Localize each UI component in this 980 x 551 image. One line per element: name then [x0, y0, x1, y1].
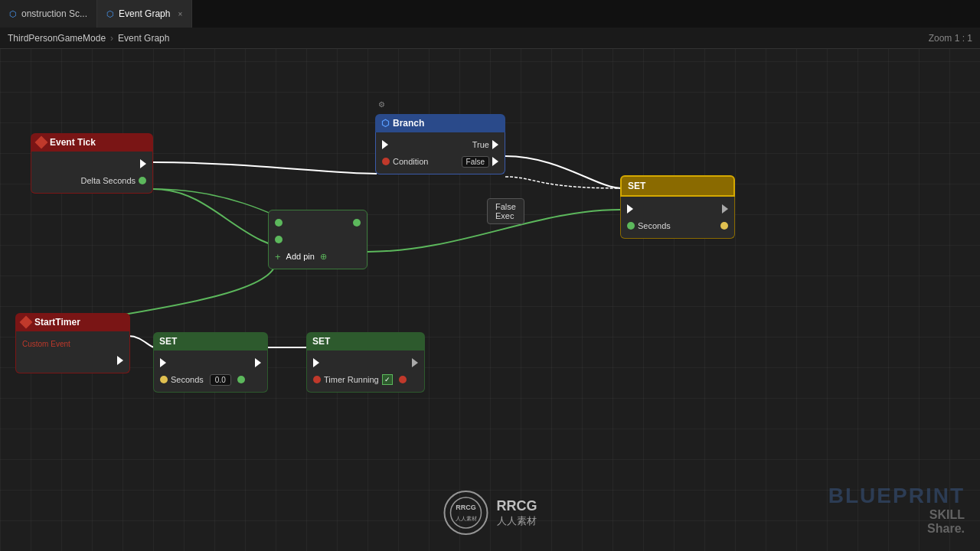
set-bm-timer-pin-out[interactable] — [399, 376, 407, 383]
construction-tab-icon: ⬡ — [9, 9, 17, 19]
svg-text:人人素材: 人人素材 — [456, 516, 477, 522]
event-tick-header: Event Tick — [31, 133, 153, 152]
event-tick-icon — [35, 136, 48, 149]
tab-close-button[interactable]: × — [178, 10, 182, 18]
branch-false-pin[interactable] — [492, 157, 498, 166]
rrcg-logo: RRCG 人人素材 — [443, 490, 489, 536]
false-exec-tooltip: False Exec — [487, 198, 524, 224]
skill-text: SKILL — [929, 508, 965, 521]
set-bm-exec-row — [307, 354, 424, 371]
set-tr-body: Seconds — [620, 197, 735, 239]
set-node-bm[interactable]: SET Timer Running ✓ — [306, 332, 425, 393]
set-bm-exec-out[interactable] — [412, 358, 418, 367]
add-pin-input2[interactable] — [275, 236, 283, 243]
set-tr-seconds-pin-in[interactable] — [627, 222, 635, 230]
add-pin-input1[interactable] — [275, 219, 283, 227]
tooltip-line1: False — [495, 202, 516, 211]
set-bl-seconds-row: Seconds 0.0 — [154, 371, 267, 388]
start-timer-sublabel: Custom Event — [22, 340, 70, 348]
breadcrumb-part1[interactable]: ThirdPersonGameMode — [8, 33, 106, 44]
branch-exec-in-pin[interactable] — [382, 140, 388, 149]
event-tick-exec-pin[interactable] — [140, 159, 146, 168]
branch-exec-row: True — [376, 136, 505, 153]
add-pin-body: + Add pin ⊕ — [268, 210, 368, 269]
breadcrumb-separator: › — [110, 33, 113, 44]
add-pin-label: Add pin — [286, 252, 315, 261]
set-tr-label: SET — [628, 181, 645, 191]
start-timer-node[interactable]: StartTimer Custom Event — [15, 313, 130, 373]
branch-false-value[interactable]: False — [462, 156, 489, 168]
set-bl-seconds-value[interactable]: 0.0 — [210, 374, 231, 386]
watermark-right: BLUEPRINT SKILL Share. — [828, 484, 965, 536]
branch-header: ⬡ Branch — [375, 114, 505, 132]
branch-condition-label: Condition — [393, 157, 428, 166]
set-bl-label: SET — [159, 336, 177, 347]
blueprint-watermark-text: BLUEPRINT — [828, 484, 965, 508]
set-bl-header: SET — [153, 332, 268, 350]
tooltip-line2: Exec — [495, 211, 516, 220]
start-timer-sub-row: Custom Event — [16, 335, 129, 352]
set-bm-label: SET — [312, 336, 330, 347]
add-pin-button-row[interactable]: + Add pin ⊕ — [269, 248, 367, 265]
branch-node[interactable]: ⚙ ⬡ Branch True Condition False — [375, 114, 505, 174]
set-bm-timer-row: Timer Running ✓ — [307, 371, 424, 388]
set-tr-seconds-pin-out[interactable] — [720, 222, 728, 230]
set-bl-exec-row — [154, 354, 267, 371]
set-bl-seconds-label: Seconds — [171, 375, 204, 384]
set-tr-seconds-row: Seconds — [621, 217, 734, 234]
add-pin-node[interactable]: + Add pin ⊕ — [268, 210, 368, 269]
top-bar: ⬡ onstruction Sc... ⬡ Event Graph × — [0, 0, 980, 28]
set-bl-seconds-pin[interactable] — [160, 376, 168, 383]
start-timer-body: Custom Event — [15, 331, 130, 373]
set-tr-header: SET — [620, 175, 735, 197]
blueprint-canvas[interactable]: Event Tick Delta Seconds ⚙ ⬡ Branch True — [0, 49, 980, 551]
set-node-tr[interactable]: SET Seconds — [620, 175, 735, 239]
add-pin-inputs-row — [269, 214, 367, 231]
branch-body: True Condition False — [375, 132, 505, 174]
set-tr-seconds-label: Seconds — [638, 221, 671, 230]
set-tr-exec-in[interactable] — [627, 204, 633, 214]
set-bm-checkbox[interactable]: ✓ — [382, 374, 393, 385]
start-timer-exec-out[interactable] — [117, 356, 123, 365]
event-tick-node[interactable]: Event Tick Delta Seconds — [31, 133, 153, 194]
breadcrumb: ThirdPersonGameMode › Event Graph Zoom 1… — [0, 28, 980, 49]
set-tr-exec-out[interactable] — [722, 204, 728, 214]
breadcrumb-part2[interactable]: Event Graph — [118, 33, 169, 44]
set-bm-timer-label: Timer Running — [324, 375, 379, 384]
watermark-center: RRCG 人人素材 RRCG 人人素材 — [443, 490, 537, 536]
svg-point-1 — [451, 497, 482, 528]
set-bl-exec-out[interactable] — [255, 358, 261, 367]
branch-label: Branch — [393, 118, 424, 129]
add-pin-plus-icon: + — [275, 251, 281, 262]
skillshare-watermark: SKILL Share. — [828, 508, 965, 536]
delta-seconds-pin[interactable] — [139, 177, 146, 184]
set-bm-header: SET — [306, 332, 425, 350]
event-graph-tab-icon: ⬡ — [106, 9, 114, 19]
branch-true-pin[interactable] — [492, 140, 498, 149]
start-timer-icon — [20, 316, 33, 329]
event-tick-body: Delta Seconds — [31, 152, 153, 194]
add-pin-output[interactable] — [353, 219, 361, 227]
branch-header-icon: ⬡ — [381, 118, 389, 129]
set-bm-body: Timer Running ✓ — [306, 350, 425, 393]
delta-seconds-row: Delta Seconds — [31, 172, 152, 189]
start-timer-header: StartTimer — [15, 313, 130, 331]
branch-condition-pin[interactable] — [382, 158, 390, 165]
share-text: Share. — [927, 522, 965, 535]
set-bm-timer-pin[interactable] — [313, 376, 321, 383]
delta-seconds-label: Delta Seconds — [80, 176, 136, 185]
zoom-label: Zoom 1 : 1 — [929, 33, 972, 44]
tab-event-graph[interactable]: ⬡ Event Graph × — [97, 0, 192, 28]
branch-true-label: True — [472, 140, 489, 149]
set-bl-green-pin[interactable] — [237, 376, 245, 383]
set-node-bl[interactable]: SET Seconds 0.0 — [153, 332, 268, 393]
start-timer-label: StartTimer — [34, 317, 80, 328]
tab-construction[interactable]: ⬡ onstruction Sc... — [0, 0, 97, 28]
event-tick-label: Event Tick — [50, 137, 96, 148]
set-bl-exec-in[interactable] — [160, 358, 166, 367]
set-bm-exec-in[interactable] — [313, 358, 319, 367]
svg-text:RRCG: RRCG — [456, 504, 476, 511]
add-pin-circle-icon: ⊕ — [320, 252, 327, 262]
add-pin-input2-row — [269, 231, 367, 248]
set-tr-exec-row — [621, 201, 734, 217]
